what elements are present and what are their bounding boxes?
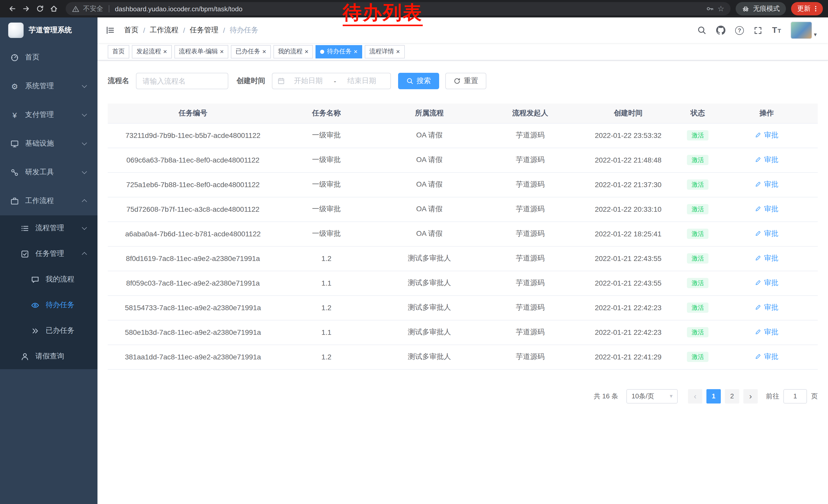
approve-link[interactable]: 审批 [755, 229, 779, 238]
update-button[interactable]: 更新 [791, 2, 823, 15]
close-icon[interactable]: × [163, 48, 167, 55]
tab-home[interactable]: 首页 [108, 45, 129, 58]
list-icon [20, 224, 29, 232]
tab-form-edit[interactable]: 流程表单-编辑 × [174, 45, 228, 58]
status-badge: 激活 [687, 278, 708, 288]
search-button[interactable] [697, 26, 706, 35]
collapse-sidebar-button[interactable] [105, 25, 116, 36]
approve-link[interactable]: 审批 [755, 254, 779, 263]
col-process: 所属流程 [375, 103, 484, 123]
cell-task-name: 1.2 [278, 345, 374, 369]
prev-page-button[interactable]: ‹ [688, 389, 702, 403]
fullscreen-button[interactable] [754, 26, 762, 35]
sidebar-item-devtools[interactable]: 研发工具 [0, 158, 97, 187]
sidebar-item-leave-query[interactable]: 请假查询 [0, 343, 97, 369]
tab-my-process[interactable]: 我的流程 × [274, 45, 313, 58]
approve-link[interactable]: 审批 [755, 328, 779, 337]
home-button[interactable] [47, 2, 60, 16]
close-icon[interactable]: × [262, 48, 266, 55]
forward-button[interactable] [19, 2, 33, 16]
menu-dots-icon[interactable] [812, 5, 819, 12]
caret-down-icon: ▾ [670, 393, 672, 400]
approve-link[interactable]: 审批 [755, 352, 779, 362]
table-row: a6aba0a4-7b6d-11ec-b781-acde48001122 一级审… [108, 222, 818, 246]
edit-icon [755, 304, 761, 311]
tab-todo-task[interactable]: 待办任务 × [316, 45, 362, 58]
key-icon[interactable] [706, 5, 714, 13]
reset-button[interactable]: 重置 [445, 73, 486, 89]
process-name-input[interactable] [136, 73, 228, 89]
sidebar-item-task-manage[interactable]: 任务管理 [0, 241, 97, 267]
approve-link[interactable]: 审批 [755, 204, 779, 214]
cell-created: 2022-01-21 22:41:29 [576, 345, 680, 369]
cell-initiator: 芋道源码 [484, 172, 576, 197]
sidebar-item-infra[interactable]: 基础设施 [0, 129, 97, 158]
cell-task-id: 580e1b3d-7ac8-11ec-a9e2-a2380e71991a [108, 320, 278, 345]
back-icon [8, 5, 16, 13]
next-page-button[interactable]: › [743, 389, 758, 403]
page-1-button[interactable]: 1 [706, 389, 721, 403]
font-size-small-icon: T [778, 28, 781, 34]
close-icon[interactable]: × [220, 48, 224, 55]
table-header-row: 任务编号 任务名称 所属流程 流程发起人 创建时间 状态 操作 [108, 103, 818, 123]
sidebar-item-workflow[interactable]: 工作流程 [0, 187, 97, 215]
address-bar[interactable]: 不安全 dashboard.yudao.iocoder.cn/bpm/task/… [66, 2, 731, 15]
workflow-submenu: 流程管理 任务管理 我的流程 待办任务 [0, 215, 97, 369]
breadcrumb-workflow[interactable]: 工作流程 [150, 26, 178, 35]
goto-page-input[interactable] [783, 389, 807, 403]
cell-task-id: 725a1eb6-7b88-11ec-8ef0-acde48001122 [108, 172, 278, 197]
approve-link[interactable]: 审批 [755, 180, 779, 189]
edit-icon [755, 181, 761, 188]
chevron-down-icon [82, 225, 87, 230]
user-menu[interactable]: ▾ [791, 21, 817, 39]
cell-process: OA 请假 [375, 123, 484, 148]
refresh-icon [454, 78, 461, 85]
help-button[interactable]: ? [735, 26, 744, 35]
sidebar-item-my-process[interactable]: 我的流程 [0, 267, 97, 292]
breadcrumb: 首页 / 工作流程 / 任务管理 / 待办任务 [124, 26, 258, 35]
cell-action: 审批 [715, 148, 818, 172]
breadcrumb-task-manage[interactable]: 任务管理 [190, 26, 218, 35]
caret-down-icon: ▾ [814, 31, 817, 38]
approve-link[interactable]: 审批 [755, 131, 779, 140]
sidebar-item-system[interactable]: ⚙ 系统管理 [0, 72, 97, 100]
sidebar-item-pay[interactable]: ¥ 支付管理 [0, 100, 97, 129]
create-time-label: 创建时间 [237, 77, 265, 86]
approve-link[interactable]: 审批 [755, 278, 779, 288]
bookmark-star-icon[interactable]: ☆ [717, 4, 724, 13]
approve-link[interactable]: 审批 [755, 155, 779, 165]
active-dot-icon [320, 49, 325, 54]
range-separator: - [334, 77, 336, 85]
cell-action: 审批 [715, 246, 818, 271]
tab-start-process[interactable]: 发起流程 × [132, 45, 172, 58]
sidebar-item-done-task[interactable]: 已办任务 [0, 318, 97, 343]
avatar[interactable] [791, 21, 812, 39]
approve-link[interactable]: 审批 [755, 303, 779, 312]
sidebar-item-todo-task[interactable]: 待办任务 [0, 292, 97, 318]
font-size-button[interactable]: T T [772, 26, 781, 35]
tab-done-task[interactable]: 已办任务 × [231, 45, 271, 58]
breadcrumb-home[interactable]: 首页 [124, 26, 138, 35]
date-range-picker[interactable]: 开始日期 - 结束日期 [272, 73, 391, 89]
close-icon[interactable]: × [396, 48, 400, 55]
close-icon[interactable]: × [354, 48, 358, 55]
search-button[interactable]: 搜索 [398, 73, 439, 89]
github-button[interactable] [716, 26, 726, 35]
cell-action: 审批 [715, 345, 818, 369]
home-icon [49, 5, 58, 13]
sidebar-item-process-manage[interactable]: 流程管理 [0, 215, 97, 241]
sidebar-item-home[interactable]: 首页 [0, 43, 97, 72]
reload-button[interactable] [33, 2, 47, 16]
page-size-select[interactable]: 10条/页 ▾ [626, 389, 678, 403]
breadcrumb-separator: / [143, 26, 145, 34]
tools-icon [10, 168, 19, 177]
cell-initiator: 芋道源码 [484, 246, 576, 271]
page-2-button[interactable]: 2 [725, 389, 739, 403]
back-button[interactable] [5, 2, 19, 16]
chevron-down-icon [82, 140, 87, 145]
table-row: 8f059c03-7ac8-11ec-a9e2-a2380e71991a 1.1… [108, 271, 818, 295]
search-icon [406, 78, 413, 85]
tab-process-detail[interactable]: 流程详情 × [365, 45, 405, 58]
omnibox-divider [109, 5, 109, 12]
close-icon[interactable]: × [305, 48, 308, 55]
